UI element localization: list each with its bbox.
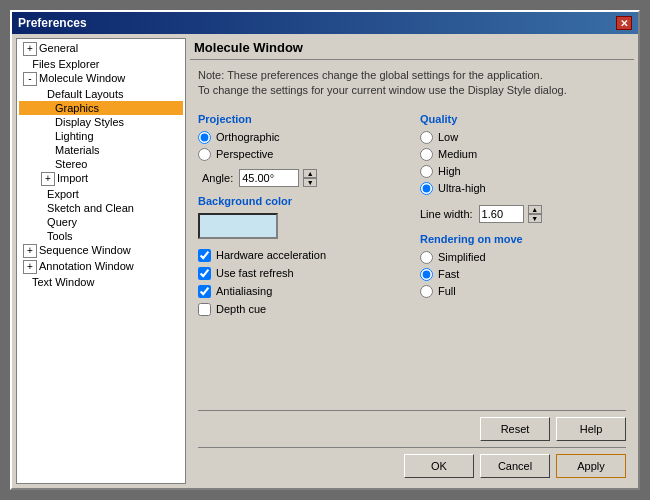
radio-high-label[interactable]: High — [438, 165, 461, 177]
expand-annotation-window[interactable]: + — [23, 260, 37, 274]
angle-up-btn[interactable]: ▲ — [303, 169, 317, 178]
angle-spinner: ▲ ▼ — [303, 169, 317, 187]
sidebar-item-sequence-window[interactable]: +Sequence Window — [19, 243, 183, 259]
radio-orthographic-input[interactable] — [198, 131, 211, 144]
sidebar-item-materials[interactable]: Materials — [19, 143, 183, 157]
radio-perspective: Perspective — [198, 148, 404, 161]
title-bar: Preferences ✕ — [12, 12, 638, 34]
panel-title: Molecule Window — [190, 38, 634, 60]
settings-area: Projection Orthographic Perspective Angl… — [190, 109, 634, 402]
sidebar-item-annotation-window[interactable]: +Annotation Window — [19, 259, 183, 275]
apply-button[interactable]: Apply — [556, 454, 626, 478]
bg-color-preview[interactable] — [198, 213, 278, 239]
fast-refresh-label[interactable]: Use fast refresh — [216, 267, 294, 279]
radio-fast-label[interactable]: Fast — [438, 268, 459, 280]
fast-refresh-checkbox[interactable] — [198, 267, 211, 280]
line-width-up-btn[interactable]: ▲ — [528, 205, 542, 214]
radio-high: High — [420, 165, 626, 178]
sidebar-item-sketch-clean[interactable]: Sketch and Clean — [19, 201, 183, 215]
depth-cue-label[interactable]: Depth cue — [216, 303, 266, 315]
radio-orthographic: Orthographic — [198, 131, 404, 144]
radio-full-input[interactable] — [420, 285, 433, 298]
angle-row: Angle: ▲ ▼ — [202, 169, 404, 187]
radio-fast-input[interactable] — [420, 268, 433, 281]
expand-general[interactable]: + — [23, 42, 37, 56]
line-width-input[interactable] — [479, 205, 524, 223]
radio-high-input[interactable] — [420, 165, 433, 178]
expand-sequence-window[interactable]: + — [23, 244, 37, 258]
radio-orthographic-label[interactable]: Orthographic — [216, 131, 280, 143]
separator-1 — [198, 410, 626, 411]
antialiasing-checkbox[interactable] — [198, 285, 211, 298]
angle-input[interactable] — [239, 169, 299, 187]
sidebar-item-query[interactable]: Query — [19, 215, 183, 229]
ok-button[interactable]: OK — [404, 454, 474, 478]
sidebar-item-default-layouts[interactable]: Default Layouts — [19, 87, 183, 101]
reset-button[interactable]: Reset — [480, 417, 550, 441]
sidebar-item-files-explorer[interactable]: Files Explorer — [19, 57, 183, 71]
projection-group: Orthographic Perspective — [198, 131, 404, 161]
hw-accel-checkbox[interactable] — [198, 249, 211, 262]
background-color-section: Background color — [198, 195, 404, 239]
antialiasing-item: Antialiasing — [198, 285, 404, 298]
angle-down-btn[interactable]: ▼ — [303, 178, 317, 187]
radio-medium-label[interactable]: Medium — [438, 148, 477, 160]
fast-refresh-item: Use fast refresh — [198, 267, 404, 280]
preferences-window: Preferences ✕ +General Files Explorer -M… — [10, 10, 640, 490]
checkbox-group: Hardware acceleration Use fast refresh A… — [198, 249, 404, 316]
quality-group: Low Medium High Ultra-high — [420, 131, 626, 195]
quality-title: Quality — [420, 113, 626, 125]
depth-cue-checkbox[interactable] — [198, 303, 211, 316]
close-button[interactable]: ✕ — [616, 16, 632, 30]
radio-ultra-high-input[interactable] — [420, 182, 433, 195]
sidebar-item-import[interactable]: +Import — [19, 171, 183, 187]
radio-full-label[interactable]: Full — [438, 285, 456, 297]
window-title: Preferences — [18, 16, 87, 30]
sidebar-item-tools[interactable]: Tools — [19, 229, 183, 243]
sidebar-item-general[interactable]: +General — [19, 41, 183, 57]
radio-low-label[interactable]: Low — [438, 131, 458, 143]
radio-simplified-label[interactable]: Simplified — [438, 251, 486, 263]
radio-low: Low — [420, 131, 626, 144]
angle-label: Angle: — [202, 172, 233, 184]
btn-row-top: Reset Help — [198, 417, 626, 441]
hw-accel-item: Hardware acceleration — [198, 249, 404, 262]
sidebar-item-graphics[interactable]: Graphics — [19, 101, 183, 115]
radio-ultra-high-label[interactable]: Ultra-high — [438, 182, 486, 194]
sidebar-item-display-styles[interactable]: Display Styles — [19, 115, 183, 129]
line-width-row: Line width: ▲ ▼ — [420, 205, 626, 223]
hw-accel-label[interactable]: Hardware acceleration — [216, 249, 326, 261]
rendering-section: Rendering on move Simplified Fast — [420, 233, 626, 298]
help-button[interactable]: Help — [556, 417, 626, 441]
radio-perspective-input[interactable] — [198, 148, 211, 161]
sidebar-item-text-window[interactable]: Text Window — [19, 275, 183, 289]
radio-medium: Medium — [420, 148, 626, 161]
rendering-group: Simplified Fast Full — [420, 251, 626, 298]
radio-simplified: Simplified — [420, 251, 626, 264]
projection-title: Projection — [198, 113, 404, 125]
expand-import[interactable]: + — [41, 172, 55, 186]
sidebar-item-molecule-window[interactable]: -Molecule Window — [19, 71, 183, 87]
sidebar-item-stereo[interactable]: Stereo — [19, 157, 183, 171]
main-panel: Molecule Window Note: These preferences … — [190, 38, 634, 484]
radio-full: Full — [420, 285, 626, 298]
separator-2 — [198, 447, 626, 448]
btn-row-bottom: OK Cancel Apply — [198, 454, 626, 478]
radio-simplified-input[interactable] — [420, 251, 433, 264]
bottom-bar: Reset Help OK Cancel Apply — [190, 402, 634, 484]
radio-perspective-label[interactable]: Perspective — [216, 148, 273, 160]
cancel-button[interactable]: Cancel — [480, 454, 550, 478]
sidebar: +General Files Explorer -Molecule Window… — [16, 38, 186, 484]
sidebar-item-export[interactable]: Export — [19, 187, 183, 201]
radio-medium-input[interactable] — [420, 148, 433, 161]
radio-low-input[interactable] — [420, 131, 433, 144]
antialiasing-label[interactable]: Antialiasing — [216, 285, 272, 297]
left-column: Projection Orthographic Perspective Angl… — [198, 113, 404, 398]
expand-molecule-window[interactable]: - — [23, 72, 37, 86]
radio-ultra-high: Ultra-high — [420, 182, 626, 195]
depth-cue-item: Depth cue — [198, 303, 404, 316]
sidebar-item-lighting[interactable]: Lighting — [19, 129, 183, 143]
right-column: Quality Low Medium High — [420, 113, 626, 398]
line-width-down-btn[interactable]: ▼ — [528, 214, 542, 223]
line-width-spinner: ▲ ▼ — [528, 205, 542, 223]
